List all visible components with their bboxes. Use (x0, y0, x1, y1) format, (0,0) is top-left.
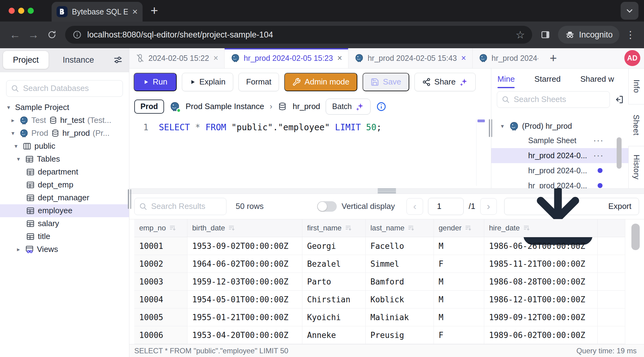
close-sheet-icon[interactable]: × (337, 53, 342, 63)
sort-icon[interactable] (169, 224, 176, 232)
caret-down-icon[interactable]: ▾ (15, 155, 22, 163)
tree-item-public[interactable]: ▾public (0, 140, 129, 153)
close-tab-icon[interactable]: × (132, 6, 138, 17)
sort-icon[interactable] (407, 224, 415, 232)
filter-sliders-icon[interactable] (113, 55, 123, 65)
caret-down-icon[interactable]: ▾ (499, 123, 506, 130)
tree-item-salary[interactable]: salary (0, 217, 129, 230)
panel-resize-handle[interactable] (489, 119, 492, 137)
minimize-window-button[interactable] (18, 8, 24, 14)
tab-project[interactable]: Project (3, 51, 49, 69)
tree-item-dept-emp[interactable]: dept_emp (0, 178, 129, 191)
forward-icon[interactable]: → (25, 28, 42, 41)
sheet-tab-3[interactable]: hr_prod 2024-02-05 15:43× (348, 48, 472, 68)
bookmark-star-icon[interactable]: ☆ (516, 29, 525, 41)
sheet-list-item[interactable]: hr_prod 2024-0...··· (491, 148, 628, 163)
column-header-emp_no[interactable]: emp_no (134, 219, 187, 237)
tree-item-hr-test[interactable]: ▸Testhr_test(Test... (0, 114, 129, 127)
sheet-list-item[interactable]: hr_prod 2024-0... (491, 163, 628, 178)
new-tab-button[interactable]: + (151, 4, 158, 17)
side-tab-info[interactable]: Info (629, 69, 644, 104)
save-button[interactable]: Save (363, 73, 409, 91)
batch-mode-button[interactable]: Batch (326, 99, 371, 115)
reload-icon[interactable] (44, 30, 60, 39)
next-page-button[interactable]: › (480, 198, 497, 215)
close-sheet-icon[interactable]: × (461, 53, 466, 63)
address-bar[interactable]: localhost:8080/sql-editor/sheet/project-… (65, 26, 532, 44)
table-cell: M (434, 237, 484, 255)
page-number-input[interactable] (428, 198, 464, 215)
close-sheet-icon[interactable]: × (213, 53, 218, 63)
sheet-tab-1[interactable]: 2024-02-05 15:22× (129, 48, 225, 68)
side-tab-sheet[interactable]: Sheet (628, 104, 644, 146)
table-scrollbar-thumb[interactable] (631, 224, 640, 250)
sheet-panel-tab-starred[interactable]: Starred (534, 69, 560, 90)
caret-right-icon[interactable]: ▸ (15, 246, 22, 253)
more-menu-icon[interactable]: ··· (593, 151, 604, 160)
sql-editor[interactable]: 1 SELECT * FROM "public"."employee" LIMI… (129, 118, 491, 188)
caret-down-icon[interactable]: ▾ (9, 130, 17, 137)
sheet-search[interactable] (497, 91, 610, 108)
column-header-first_name[interactable]: first_name (302, 219, 365, 237)
sheet-tab-4[interactable]: hr_prod 2024-0 (473, 48, 544, 68)
table-cell: F (434, 255, 484, 273)
explain-button[interactable]: Explain (182, 73, 233, 91)
back-icon[interactable]: ← (7, 28, 23, 41)
column-header-gender[interactable]: gender (434, 219, 484, 237)
admin-mode-button[interactable]: Admin mode (284, 73, 357, 91)
user-avatar[interactable]: AD (624, 50, 640, 66)
tree-item-employee[interactable]: employee (0, 204, 129, 217)
sheet-search-input[interactable] (514, 95, 605, 104)
export-button[interactable]: Export (504, 198, 639, 215)
side-panel-icon[interactable] (537, 30, 554, 40)
tree-item-department[interactable]: department (0, 166, 129, 178)
sheet-tab-2[interactable]: hr_prod 2024-02-05 15:23× (225, 48, 348, 68)
sheet-panel-tab-mine[interactable]: Mine (497, 69, 515, 90)
column-header-birth_date[interactable]: birth_date (187, 219, 302, 237)
run-button[interactable]: Run (134, 73, 177, 91)
sheet-group-row[interactable]: ▾(Prod) hr_prod (491, 120, 628, 133)
zoom-window-button[interactable] (28, 8, 34, 14)
caret-right-icon[interactable]: ▸ (9, 117, 17, 124)
share-button[interactable]: Share (414, 73, 476, 91)
site-info-icon[interactable] (73, 30, 82, 39)
tab-instance[interactable]: Instance (53, 51, 104, 69)
sort-icon[interactable] (228, 224, 235, 232)
sort-icon[interactable] (523, 224, 530, 232)
browser-tab[interactable]: Bytebase SQL Editor × (52, 2, 143, 22)
add-sheet-button[interactable]: + (544, 48, 562, 68)
sort-icon[interactable] (465, 224, 472, 232)
tree-item-hr-prod[interactable]: ▾Prodhr_prod(Pr... (0, 127, 129, 140)
sort-icon[interactable] (345, 224, 352, 232)
sheet-panel-tab-shared-w[interactable]: Shared w (580, 69, 614, 90)
format-button[interactable]: Format (238, 73, 279, 91)
column-header-hire_date[interactable]: hire_date (484, 219, 597, 237)
tab-search-chevron-icon[interactable] (621, 2, 638, 20)
prev-page-button[interactable]: ‹ (406, 198, 423, 215)
tree-item-title[interactable]: title (0, 230, 129, 243)
sheet-list-item[interactable]: hr_prod 2024-0... (491, 178, 628, 188)
column-header-last_name[interactable]: last_name (365, 219, 434, 237)
tree-label: hr_test (60, 116, 85, 125)
collapse-panel-icon[interactable] (614, 95, 624, 104)
sheet-list-scrollbar-thumb[interactable] (617, 137, 622, 169)
results-search-input[interactable] (151, 202, 222, 211)
info-icon[interactable] (376, 101, 387, 112)
side-tab-history[interactable]: History (629, 146, 644, 188)
sidebar-resize-handle[interactable] (128, 189, 131, 209)
sheet-list-item[interactable]: Sample Sheet··· (491, 133, 628, 148)
caret-down-icon[interactable]: ▾ (5, 104, 12, 111)
vertical-display-toggle[interactable] (317, 201, 337, 212)
database-search[interactable] (6, 80, 123, 97)
editor-scrollbar[interactable] (476, 119, 485, 186)
tree-item-sample-project[interactable]: ▾Sample Project (0, 101, 129, 114)
close-window-button[interactable] (9, 8, 15, 14)
database-search-input[interactable] (23, 84, 118, 93)
tree-item-dept-manager[interactable]: dept_manager (0, 191, 129, 204)
browser-menu-icon[interactable]: ⋮ (624, 29, 637, 41)
results-search[interactable] (134, 198, 226, 215)
tree-item-tables[interactable]: ▾Tables (0, 153, 129, 166)
caret-down-icon[interactable]: ▾ (12, 143, 20, 150)
more-menu-icon[interactable]: ··· (593, 135, 604, 145)
tree-item-views[interactable]: ▸Views (0, 243, 129, 256)
